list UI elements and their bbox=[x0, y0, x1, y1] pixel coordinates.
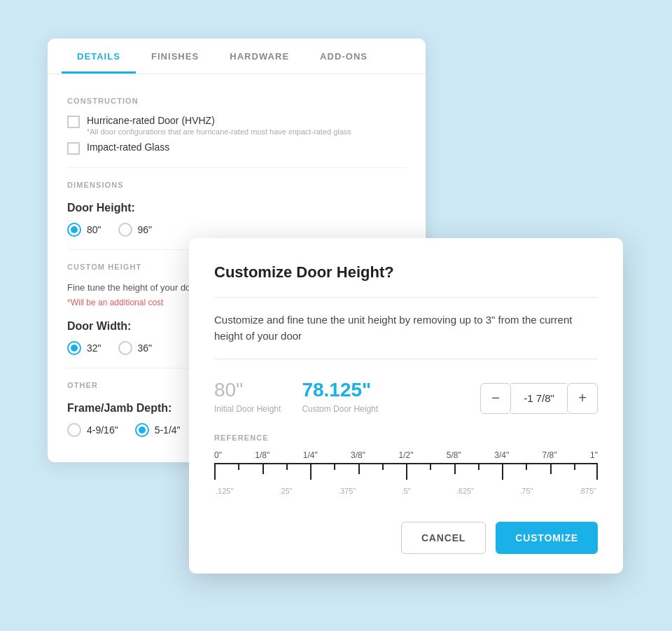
tick-58 bbox=[454, 463, 456, 474]
hurricane-checkbox[interactable] bbox=[67, 116, 80, 128]
radio-514-label: 5-1/4" bbox=[155, 424, 181, 436]
tick-516 bbox=[334, 463, 335, 470]
modal-height-row: 80" Initial Door Height 78.125" Custom D… bbox=[214, 379, 598, 414]
radio-514-inner bbox=[139, 427, 146, 434]
ruler-top-12: 1/2" bbox=[398, 450, 413, 460]
ruler-bottom-375: .375" bbox=[338, 487, 356, 495]
tick-38 bbox=[358, 463, 360, 474]
tick-1516 bbox=[574, 463, 575, 470]
hurricane-checkbox-row[interactable]: Hurricane-rated Door (HVHZ) *All door co… bbox=[67, 115, 406, 136]
initial-height-block: 80" Initial Door Height bbox=[214, 379, 281, 414]
radio-96-label: 96" bbox=[138, 224, 153, 235]
tick-0 bbox=[214, 463, 216, 480]
modal-title: Customize Door Height? bbox=[214, 263, 598, 282]
ruler-top-78: 7/8" bbox=[542, 450, 557, 460]
reference-label: REFERENCE bbox=[214, 434, 598, 442]
custom-height-label-text: Custom Door Height bbox=[302, 404, 378, 414]
stepper-current-value: -1 7/8" bbox=[511, 383, 567, 414]
radio-32-label: 32" bbox=[87, 342, 102, 354]
tab-finishes[interactable]: FINISHES bbox=[136, 39, 214, 74]
radio-514-outer bbox=[135, 423, 149, 437]
impact-glass-checkbox[interactable] bbox=[67, 142, 80, 155]
radio-80-inner bbox=[71, 226, 78, 233]
reference-section: REFERENCE 0" 1/8" 1/4" 3/8" 1/2" 5/8" 3/… bbox=[214, 434, 598, 495]
ruler-bottom-875: .875" bbox=[579, 487, 596, 495]
tick-316 bbox=[286, 463, 288, 470]
ruler-top-58: 5/8" bbox=[447, 450, 461, 460]
stepper-decrement[interactable]: − bbox=[480, 383, 511, 414]
radio-32-outer bbox=[67, 341, 81, 355]
tick-34 bbox=[502, 463, 503, 480]
ruler-top-38: 3/8" bbox=[351, 450, 365, 460]
ruler-bottom-5: .5" bbox=[401, 487, 410, 495]
tick-1116 bbox=[478, 463, 479, 470]
hurricane-note: *All door configurations that are hurric… bbox=[87, 127, 351, 136]
tick-1316 bbox=[526, 463, 527, 470]
impact-glass-label: Impact-rated Glass bbox=[87, 141, 169, 153]
radio-36-outer bbox=[118, 341, 132, 355]
tick-14 bbox=[310, 463, 312, 480]
ruler-bottom-125: .125" bbox=[216, 487, 233, 495]
construction-label: CONSTRUCTION bbox=[67, 97, 406, 105]
ruler-top-0: 0" bbox=[214, 450, 222, 460]
dimensions-label: DIMENSIONS bbox=[67, 181, 406, 189]
initial-height-value: 80" bbox=[214, 379, 281, 401]
initial-height-label: Initial Door Height bbox=[214, 404, 281, 414]
stepper-increment[interactable]: + bbox=[567, 383, 598, 414]
cancel-button[interactable]: CANCEL bbox=[401, 522, 486, 554]
modal-description: Customize and fine tune the unit height … bbox=[214, 297, 598, 359]
hurricane-label: Hurricane-rated Door (HVHZ) bbox=[87, 115, 351, 126]
ruler-top-1: 1" bbox=[590, 450, 598, 460]
ruler-bottom-75: .75" bbox=[519, 487, 533, 495]
customize-modal: Customize Door Height? Customize and fin… bbox=[189, 238, 623, 574]
radio-36-label: 36" bbox=[138, 342, 153, 354]
tab-details[interactable]: DETAILS bbox=[62, 39, 136, 74]
radio-4916-label: 4-9/16" bbox=[87, 424, 118, 436]
ruler-bottom-25: .25" bbox=[279, 487, 293, 495]
tick-78 bbox=[550, 463, 552, 474]
impact-glass-row[interactable]: Impact-rated Glass bbox=[67, 141, 406, 155]
ruler-bar bbox=[214, 463, 598, 485]
tab-addons[interactable]: ADD-ONS bbox=[304, 39, 383, 74]
tick-116 bbox=[238, 463, 239, 470]
tick-12 bbox=[406, 463, 407, 480]
radio-80-label: 80" bbox=[87, 224, 102, 235]
tab-bar: DETAILS FINISHES HARDWARE ADD-ONS bbox=[48, 39, 426, 74]
custom-height-value: 78.125" bbox=[302, 379, 378, 401]
radio-96-outer bbox=[118, 223, 132, 237]
ruler-top-18: 1/8" bbox=[255, 450, 270, 460]
tick-916 bbox=[430, 463, 431, 470]
modal-footer: CANCEL CUSTOMIZE bbox=[214, 515, 598, 554]
tick-716 bbox=[382, 463, 384, 470]
customize-button[interactable]: CUSTOMIZE bbox=[496, 522, 598, 554]
ruler-top-34: 3/4" bbox=[494, 450, 509, 460]
tab-hardware[interactable]: HARDWARE bbox=[214, 39, 304, 74]
radio-4916-outer bbox=[67, 423, 81, 437]
ruler-labels-bottom: .125" .25" .375" .5" .625" .75" .875" bbox=[214, 487, 598, 495]
door-height-96[interactable]: 96" bbox=[118, 223, 153, 237]
custom-height-block: 78.125" Custom Door Height bbox=[302, 379, 378, 414]
ruler-bottom-625: .625" bbox=[456, 487, 474, 495]
width-36[interactable]: 36" bbox=[118, 341, 153, 355]
tick-18 bbox=[262, 463, 264, 474]
ruler-labels-top: 0" 1/8" 1/4" 3/8" 1/2" 5/8" 3/4" 7/8" 1" bbox=[214, 450, 598, 460]
height-stepper: − -1 7/8" + bbox=[480, 383, 598, 414]
tick-1 bbox=[596, 463, 598, 480]
jamb-514[interactable]: 5-1/4" bbox=[135, 423, 181, 437]
door-height-radios: 80" 96" bbox=[67, 223, 406, 237]
jamb-4916[interactable]: 4-9/16" bbox=[67, 423, 118, 437]
door-height-label: Door Height: bbox=[67, 202, 406, 214]
ruler-container: 0" 1/8" 1/4" 3/8" 1/2" 5/8" 3/4" 7/8" 1" bbox=[214, 450, 598, 495]
width-32[interactable]: 32" bbox=[67, 341, 102, 355]
radio-32-inner bbox=[71, 345, 78, 352]
door-height-80[interactable]: 80" bbox=[67, 223, 102, 237]
radio-80-outer bbox=[67, 223, 81, 237]
ruler-top-14: 1/4" bbox=[303, 450, 318, 460]
